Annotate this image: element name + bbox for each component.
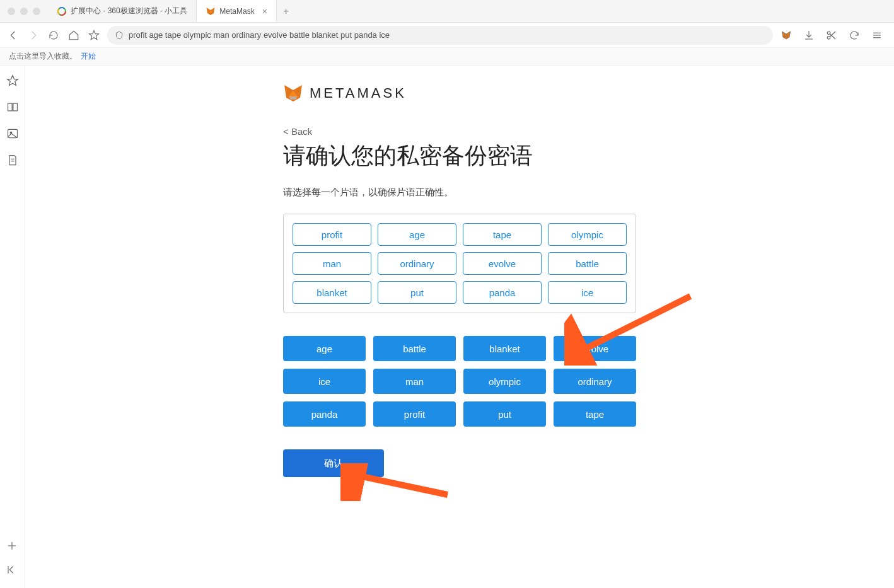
close-window-dot[interactable] bbox=[8, 8, 15, 15]
selected-word-chip[interactable]: panda bbox=[463, 281, 542, 304]
selected-word-chip[interactable]: profit bbox=[293, 223, 371, 246]
tab-label: MetaMask bbox=[219, 7, 254, 16]
maximize-window-dot[interactable] bbox=[33, 8, 40, 15]
option-word-button[interactable]: age bbox=[283, 336, 366, 361]
window-controls bbox=[0, 8, 48, 15]
selected-word-chip[interactable]: ordinary bbox=[378, 252, 456, 275]
svg-marker-6 bbox=[90, 30, 99, 39]
bookmark-start-link[interactable]: 开始 bbox=[81, 51, 96, 62]
selected-word-chip[interactable]: ice bbox=[548, 281, 627, 304]
svg-marker-16 bbox=[7, 76, 18, 86]
window-titlebar: 扩展中心 - 360极速浏览器 - 小工具 MetaMask × + bbox=[0, 0, 894, 23]
option-word-button[interactable]: blanket bbox=[463, 336, 546, 361]
document-icon[interactable] bbox=[6, 154, 19, 166]
brand-text: METAMASK bbox=[310, 85, 407, 101]
option-word-button[interactable]: tape bbox=[554, 401, 636, 427]
option-word-button[interactable]: evolve bbox=[554, 336, 636, 361]
tab-label: 扩展中心 - 360极速浏览器 - 小工具 bbox=[71, 6, 187, 16]
option-words-grid: age battle blanket evolve ice man olympi… bbox=[283, 336, 636, 427]
page-title: 请确认您的私密备份密语 bbox=[283, 141, 636, 171]
star-outline-icon[interactable] bbox=[6, 74, 19, 87]
selected-words-box: profit age tape olympic man ordinary evo… bbox=[283, 214, 636, 313]
reload-button[interactable] bbox=[47, 28, 61, 42]
confirm-button[interactable]: 确认 bbox=[283, 449, 384, 477]
selected-word-chip[interactable]: man bbox=[293, 252, 371, 275]
selected-word-chip[interactable]: age bbox=[378, 223, 456, 246]
360-icon bbox=[57, 6, 67, 16]
toolbar-right bbox=[779, 28, 888, 42]
side-rail bbox=[0, 66, 25, 588]
option-word-button[interactable]: battle bbox=[373, 336, 456, 361]
page-content: METAMASK < Back 请确认您的私密备份密语 请选择每一个片语，以确保… bbox=[25, 66, 894, 588]
new-tab-button[interactable]: + bbox=[277, 6, 295, 17]
metamask-ext-icon[interactable] bbox=[779, 28, 793, 42]
selected-word-chip[interactable]: battle bbox=[548, 252, 627, 275]
option-word-button[interactable]: ordinary bbox=[554, 369, 636, 394]
svg-point-9 bbox=[827, 32, 830, 35]
selected-word-chip[interactable]: blanket bbox=[293, 281, 371, 304]
svg-line-12 bbox=[830, 32, 835, 37]
option-word-button[interactable]: profit bbox=[373, 401, 456, 427]
menu-icon[interactable] bbox=[870, 28, 884, 42]
option-word-button[interactable]: put bbox=[463, 401, 546, 427]
option-word-button[interactable]: panda bbox=[283, 401, 366, 427]
close-tab-icon[interactable]: × bbox=[262, 6, 267, 16]
book-icon[interactable] bbox=[6, 101, 19, 113]
selected-word-chip[interactable]: put bbox=[378, 281, 456, 304]
metamask-fox-icon bbox=[283, 83, 303, 103]
bookmark-bar: 点击这里导入收藏。 开始 bbox=[0, 48, 894, 66]
selected-word-chip[interactable]: evolve bbox=[463, 252, 542, 275]
shield-icon bbox=[115, 31, 124, 40]
back-button[interactable] bbox=[6, 28, 20, 42]
download-icon[interactable] bbox=[802, 28, 816, 42]
selected-word-chip[interactable]: olympic bbox=[548, 223, 627, 246]
back-link[interactable]: < Back bbox=[283, 126, 312, 137]
metamask-logo: METAMASK bbox=[283, 83, 636, 103]
svg-line-11 bbox=[830, 33, 835, 38]
metamask-fox-icon bbox=[206, 6, 216, 16]
navigation-bar: profit age tape olympic man ordinary evo… bbox=[0, 23, 894, 48]
minimize-window-dot[interactable] bbox=[20, 8, 28, 15]
tab-metamask[interactable]: MetaMask × bbox=[197, 0, 277, 22]
option-word-button[interactable]: olympic bbox=[463, 369, 546, 394]
selected-word-chip[interactable]: tape bbox=[463, 223, 542, 246]
forward-button[interactable] bbox=[26, 28, 40, 42]
tab-strip: 扩展中心 - 360极速浏览器 - 小工具 MetaMask × + bbox=[48, 0, 295, 22]
collapse-icon[interactable] bbox=[6, 564, 19, 577]
address-bar[interactable]: profit age tape olympic man ordinary evo… bbox=[107, 26, 773, 45]
bookmark-hint: 点击这里导入收藏。 bbox=[9, 51, 77, 62]
address-text: profit age tape olympic man ordinary evo… bbox=[129, 30, 390, 40]
plus-icon[interactable] bbox=[6, 540, 19, 553]
undo-icon[interactable] bbox=[847, 28, 861, 42]
image-icon[interactable] bbox=[6, 127, 19, 140]
page-subtitle: 请选择每一个片语，以确保片语正确性。 bbox=[283, 187, 636, 199]
svg-point-18 bbox=[10, 132, 12, 134]
favorite-star-icon[interactable] bbox=[87, 28, 101, 42]
tab-extensions[interactable]: 扩展中心 - 360极速浏览器 - 小工具 bbox=[48, 0, 197, 22]
option-word-button[interactable]: man bbox=[373, 369, 456, 394]
svg-point-10 bbox=[827, 36, 830, 39]
option-word-button[interactable]: ice bbox=[283, 369, 366, 394]
home-button[interactable] bbox=[67, 28, 81, 42]
scissors-icon[interactable] bbox=[825, 28, 839, 42]
